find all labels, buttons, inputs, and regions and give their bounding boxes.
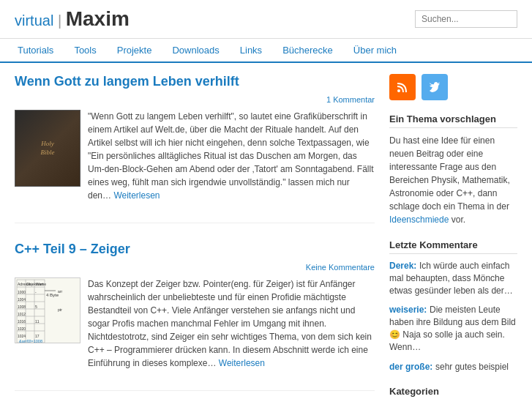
- content-wrapper: Wenn Gott zu langem Leben verhilft 1 Kom…: [0, 63, 532, 399]
- post-2-excerpt: Das Konzept der Zeiger bzw. Pointer(eng.…: [88, 277, 375, 370]
- svg-text:1020: 1020: [18, 327, 26, 331]
- header: virtual | Maxim: [0, 0, 532, 39]
- post-1: Wenn Gott zu langem Leben verhilft 1 Kom…: [15, 74, 375, 223]
- post-2-title-link[interactable]: C++ Teil 9 – Zeiger: [15, 242, 130, 256]
- post-1-excerpt: "Wenn Gott zu langem Leben verhilft", so…: [88, 110, 375, 202]
- search-input[interactable]: [415, 10, 517, 28]
- main-content: Wenn Gott zu langem Leben verhilft 1 Kom…: [15, 74, 375, 399]
- main-nav: Tutorials Tools Projekte Downloads Links…: [0, 39, 532, 63]
- twitter-icon[interactable]: [422, 74, 448, 100]
- sidebar-comments-section: Letzte Kommentare Derek: Ich würde auch …: [389, 239, 517, 373]
- site-separator: |: [53, 12, 65, 29]
- comment-2: weiserie: Die meisten Leute haben ihre B…: [389, 304, 517, 353]
- comment-3-text: sehr gutes beispiel: [435, 362, 509, 372]
- site-title: virtual | Maxim: [15, 7, 130, 31]
- post-1-title-link[interactable]: Wenn Gott zu langem Leben verhilft: [15, 74, 239, 89]
- post-1-content: HolyBible "Wenn Gott zu langem Leben ver…: [15, 110, 375, 202]
- ideenschmiede-link[interactable]: Ideenschmiede: [389, 215, 449, 225]
- sidebar: Ein Thema vorschlagen Du hast eine Idee …: [389, 74, 517, 399]
- post-2-meta: Keine Kommentare: [15, 263, 375, 272]
- search-box: [415, 10, 517, 28]
- svg-text:11: 11: [35, 319, 40, 324]
- svg-text:&arr[0]=1008: &arr[0]=1008: [19, 339, 42, 343]
- rss-icon[interactable]: [389, 74, 416, 100]
- nav-bucherecke[interactable]: Bücherecke: [272, 39, 343, 61]
- svg-text:Wert: Wert: [36, 282, 44, 286]
- svg-text:1024: 1024: [18, 334, 26, 338]
- comment-1: Derek: Ich würde auch einfach mal behaup…: [389, 260, 517, 297]
- sidebar-comments-title: Letzte Kommentare: [389, 239, 517, 254]
- svg-text:17: 17: [35, 334, 40, 338]
- nav-projekte[interactable]: Projekte: [107, 39, 162, 61]
- post-2-content: Adresse Objektname Wert 1000- 1004 10085…: [15, 277, 375, 370]
- comment-1-author: Derek:: [389, 261, 416, 271]
- post-1-readmore[interactable]: Weiterlesen: [113, 190, 160, 201]
- post-2: C++ Teil 9 – Zeiger Keine Kommentare: [15, 242, 375, 391]
- post-1-title: Wenn Gott zu langem Leben verhilft: [15, 74, 375, 89]
- nav-downloads[interactable]: Downloads: [162, 39, 229, 61]
- bible-image: HolyBible: [15, 110, 80, 187]
- post-1-meta: 1 Kommentar: [15, 95, 375, 104]
- svg-text:1000: 1000: [18, 290, 26, 294]
- svg-text:1012: 1012: [18, 312, 26, 316]
- sidebar-theme-section: Ein Thema vorschlagen Du hast eine Idee …: [389, 113, 517, 226]
- svg-text:1016: 1016: [18, 319, 26, 324]
- nav-tutorials[interactable]: Tutorials: [7, 39, 64, 61]
- site-maxim: Maxim: [66, 7, 130, 30]
- nav-links[interactable]: Links: [230, 39, 272, 61]
- social-icons: [389, 74, 517, 100]
- sidebar-categories-section: Kategorien Blog Allgemein Bücher Homepag…: [389, 386, 517, 399]
- svg-point-41: [397, 89, 400, 92]
- post-2-readmore[interactable]: Weiterlesen: [219, 358, 265, 368]
- svg-text:arr: arr: [58, 289, 62, 294]
- nav-tools[interactable]: Tools: [64, 39, 106, 61]
- comment-3-author: der große:: [389, 362, 432, 372]
- comment-2-author: weiserie:: [389, 305, 427, 315]
- sidebar-theme-text: Du hast eine Idee für einen neuen Beitra…: [389, 134, 517, 226]
- nav-uber-mich[interactable]: Über mich: [343, 39, 407, 61]
- sidebar-categories-title: Kategorien: [389, 386, 517, 399]
- post-1-thumbnail: HolyBible: [15, 110, 80, 202]
- pointer-image: Adresse Objektname Wert 1000- 1004 10085…: [15, 277, 80, 343]
- svg-text:1008: 1008: [18, 305, 26, 309]
- post-2-title: C++ Teil 9 – Zeiger: [15, 242, 375, 257]
- svg-text:ptr: ptr: [58, 307, 62, 312]
- sidebar-theme-title: Ein Thema vorschlagen: [389, 113, 517, 128]
- svg-text:5: 5: [35, 305, 37, 309]
- svg-text:1004: 1004: [18, 297, 26, 302]
- comment-3: der große: sehr gutes beispiel: [389, 361, 517, 373]
- site-virtual: virtual: [15, 12, 53, 29]
- post-2-thumbnail: Adresse Objektname Wert 1000- 1004 10085…: [15, 277, 80, 370]
